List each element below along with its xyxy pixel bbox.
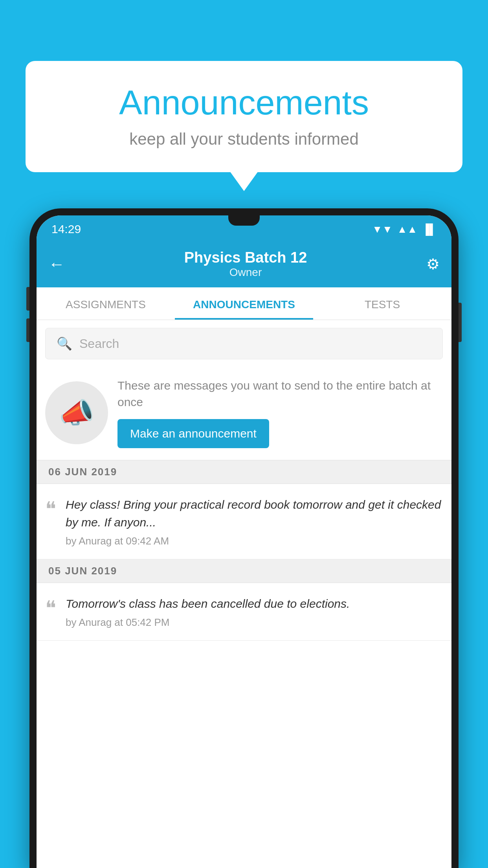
announcement-icon-circle: 📣 [45, 381, 108, 444]
announcement-text-1: Hey class! Bring your practical record b… [66, 496, 443, 531]
settings-icon[interactable]: ⚙ [426, 256, 440, 273]
announcement-empty-state: 📣 These are messages you want to send to… [37, 366, 451, 460]
bubble-subtitle: keep all your students informed [49, 130, 439, 149]
power-button[interactable] [459, 303, 462, 342]
search-bar[interactable]: 🔍 Search [45, 328, 443, 359]
content-area: 🔍 Search 📣 These are messages you want t… [37, 320, 451, 868]
app-bar-title-section: Physics Batch 12 Owner [184, 249, 307, 279]
app-bar-subtitle: Owner [184, 266, 307, 279]
announcement-content-1: Hey class! Bring your practical record b… [66, 496, 443, 547]
quote-icon-1: ❝ [45, 497, 56, 521]
announcement-empty-text: These are messages you want to send to t… [117, 377, 443, 448]
announcement-content-2: Tomorrow's class has been cancelled due … [66, 595, 443, 629]
volume-down-button[interactable] [26, 318, 29, 342]
announcement-meta-2: by Anurag at 05:42 PM [66, 616, 443, 629]
date-separator-2: 05 JUN 2019 [37, 559, 451, 583]
speech-bubble: Announcements keep all your students inf… [26, 61, 462, 172]
battery-icon: ▐▌ [422, 223, 437, 235]
phone-notch [228, 215, 260, 226]
app-bar-title: Physics Batch 12 [184, 249, 307, 266]
make-announcement-button[interactable]: Make an announcement [117, 419, 269, 448]
date-separator-1: 06 JUN 2019 [37, 460, 451, 484]
announcement-item-2: ❝ Tomorrow's class has been cancelled du… [37, 583, 451, 641]
signal-icon: ▲▲ [397, 223, 417, 235]
volume-up-button[interactable] [26, 287, 29, 311]
tab-announcements[interactable]: ANNOUNCEMENTS [175, 287, 313, 320]
status-time: 14:29 [51, 223, 81, 236]
quote-icon-2: ❝ [45, 596, 56, 620]
search-icon: 🔍 [57, 336, 72, 351]
wifi-icon: ▼▼ [372, 223, 392, 235]
phone-frame: 14:29 ▼▼ ▲▲ ▐▌ ← Physics Batch 12 Owner … [29, 208, 459, 868]
app-bar: ← Physics Batch 12 Owner ⚙ [37, 241, 451, 287]
bubble-title: Announcements [49, 83, 439, 123]
empty-state-description: These are messages you want to send to t… [117, 377, 443, 410]
announcement-text-2: Tomorrow's class has been cancelled due … [66, 595, 443, 612]
tab-tests[interactable]: TESTS [313, 287, 451, 320]
phone-screen: 14:29 ▼▼ ▲▲ ▐▌ ← Physics Batch 12 Owner … [37, 215, 451, 868]
status-icons: ▼▼ ▲▲ ▐▌ [372, 223, 437, 235]
announcement-item-1: ❝ Hey class! Bring your practical record… [37, 484, 451, 559]
tab-bar: ASSIGNMENTS ANNOUNCEMENTS TESTS [37, 287, 451, 320]
back-button[interactable]: ← [48, 255, 65, 274]
announcement-meta-1: by Anurag at 09:42 AM [66, 535, 443, 547]
search-placeholder: Search [79, 337, 119, 351]
tab-assignments[interactable]: ASSIGNMENTS [37, 287, 175, 320]
speech-bubble-container: Announcements keep all your students inf… [26, 61, 462, 172]
megaphone-icon: 📣 [59, 396, 94, 430]
